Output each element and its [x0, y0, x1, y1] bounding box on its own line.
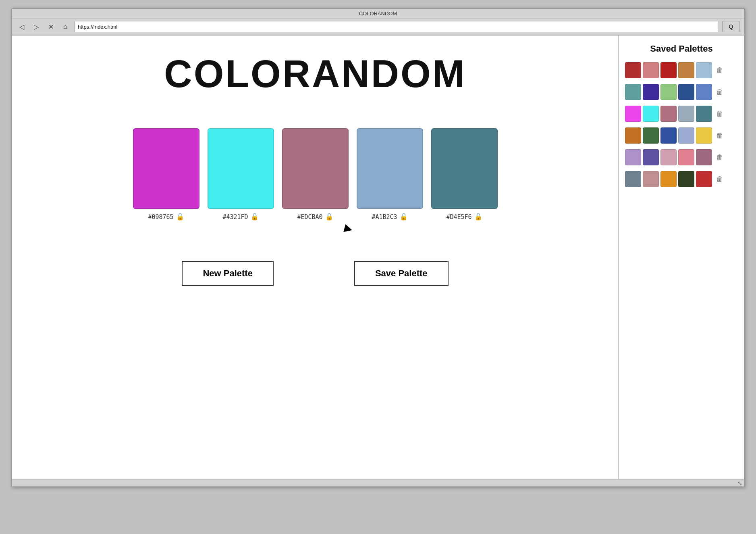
delete-palette-button-3[interactable]: 🗑: [715, 131, 724, 141]
color-swatch-2[interactable]: [282, 128, 349, 209]
swatch-container-4: #D4E5F6🔓: [431, 128, 498, 221]
mini-swatches-4: [625, 149, 712, 165]
save-palette-button[interactable]: Save Palette: [354, 261, 449, 286]
lock-icon-3[interactable]: 🔓: [400, 213, 408, 221]
color-swatch-0[interactable]: [133, 128, 199, 209]
mini-swatch-0-3[interactable]: [678, 62, 694, 78]
mini-swatch-2-4[interactable]: [696, 106, 712, 122]
forward-button[interactable]: ▷: [31, 21, 42, 32]
mini-swatch-0-1[interactable]: [643, 62, 659, 78]
mini-swatch-1-4[interactable]: [696, 84, 712, 100]
saved-palettes-list: 🗑🗑🗑🗑🗑🗑: [625, 62, 738, 187]
color-swatches-container: #098765🔓#4321FD🔓#EDCBA0🔓▶#A1B2C3🔓#D4E5F6…: [133, 128, 498, 221]
delete-palette-button-4[interactable]: 🗑: [715, 152, 724, 163]
swatch-label-2: #EDCBA0🔓: [297, 213, 333, 221]
delete-palette-button-0[interactable]: 🗑: [715, 65, 724, 75]
browser-titlebar: COLORANDOM: [12, 9, 744, 19]
mini-swatches-3: [625, 127, 712, 144]
mini-swatch-5-1[interactable]: [643, 171, 659, 187]
main-area: COLORANDOM #098765🔓#4321FD🔓#EDCBA0🔓▶#A1B…: [12, 35, 619, 479]
resize-icon: ⤡: [737, 480, 742, 486]
mini-swatch-1-2[interactable]: [660, 84, 677, 100]
saved-palette-row-4: 🗑: [625, 149, 738, 165]
mini-swatch-3-0[interactable]: [625, 127, 641, 144]
back-button[interactable]: ◁: [16, 21, 27, 32]
mini-swatch-4-0[interactable]: [625, 149, 641, 165]
sidebar-title: Saved Palettes: [625, 44, 738, 54]
mini-swatch-3-1[interactable]: [643, 127, 659, 144]
swatch-label-3: #A1B2C3🔓: [372, 213, 407, 221]
swatch-container-0: #098765🔓: [133, 128, 199, 221]
home-button[interactable]: ⌂: [60, 21, 71, 32]
lock-icon-1[interactable]: 🔓: [251, 213, 259, 221]
swatch-label-1: #4321FD🔓: [222, 213, 258, 221]
mini-swatch-3-2[interactable]: [660, 127, 677, 144]
mini-swatch-0-0[interactable]: [625, 62, 641, 78]
saved-palette-row-2: 🗑: [625, 106, 738, 122]
sidebar: Saved Palettes 🗑🗑🗑🗑🗑🗑: [619, 35, 744, 479]
address-bar[interactable]: [74, 21, 719, 32]
home-icon: ⌂: [63, 23, 67, 30]
hex-value-4: #D4E5F6: [446, 213, 471, 221]
mini-swatches-1: [625, 84, 712, 100]
page-title: COLORANDOM: [359, 10, 397, 17]
mini-swatch-2-1[interactable]: [643, 106, 659, 122]
mini-swatch-0-2[interactable]: [660, 62, 677, 78]
close-icon: ✕: [48, 23, 54, 31]
mini-swatch-5-4[interactable]: [696, 171, 712, 187]
swatch-container-2: #EDCBA0🔓▶: [282, 128, 349, 221]
mini-swatch-1-3[interactable]: [678, 84, 694, 100]
mini-swatch-2-2[interactable]: [660, 106, 677, 122]
mini-swatches-5: [625, 171, 712, 187]
mini-swatch-0-4[interactable]: [696, 62, 712, 78]
hex-value-3: #A1B2C3: [372, 213, 397, 221]
mini-swatch-1-1[interactable]: [643, 84, 659, 100]
mini-swatch-2-0[interactable]: [625, 106, 641, 122]
mini-swatches-0: [625, 62, 712, 78]
browser-window: COLORANDOM ◁ ▷ ✕ ⌂ Q COLORANDOM #098765🔓…: [11, 8, 745, 487]
swatch-container-3: #A1B2C3🔓: [357, 128, 423, 221]
browser-content: COLORANDOM #098765🔓#4321FD🔓#EDCBA0🔓▶#A1B…: [12, 35, 744, 479]
hex-value-1: #4321FD: [222, 213, 248, 221]
mini-swatch-4-4[interactable]: [696, 149, 712, 165]
mini-swatch-5-2[interactable]: [660, 171, 677, 187]
browser-statusbar: ⤡: [12, 479, 744, 486]
swatch-label-4: #D4E5F6🔓: [446, 213, 482, 221]
mini-swatches-2: [625, 106, 712, 122]
mini-swatch-1-0[interactable]: [625, 84, 641, 100]
forward-icon: ▷: [34, 23, 39, 31]
color-swatch-1[interactable]: [208, 128, 274, 209]
delete-palette-button-5[interactable]: 🗑: [715, 174, 724, 184]
saved-palette-row-0: 🗑: [625, 62, 738, 78]
search-icon: Q: [729, 23, 733, 30]
color-swatch-4[interactable]: [431, 128, 498, 209]
swatch-label-0: #098765🔓: [148, 213, 184, 221]
back-icon: ◁: [19, 23, 24, 31]
saved-palette-row-1: 🗑: [625, 84, 738, 100]
app-title: COLORANDOM: [164, 52, 466, 96]
new-palette-button[interactable]: New Palette: [182, 261, 274, 286]
lock-icon-2[interactable]: 🔓: [325, 213, 333, 221]
buttons-row: New Palette Save Palette: [182, 261, 448, 286]
saved-palette-row-3: 🗑: [625, 127, 738, 144]
mini-swatch-3-4[interactable]: [696, 127, 712, 144]
search-button[interactable]: Q: [722, 21, 740, 32]
cursor-indicator: ▶: [343, 221, 354, 236]
mini-swatch-5-3[interactable]: [678, 171, 694, 187]
mini-swatch-4-3[interactable]: [678, 149, 694, 165]
swatch-container-1: #4321FD🔓: [208, 128, 274, 221]
browser-toolbar: ◁ ▷ ✕ ⌂ Q: [12, 19, 744, 35]
saved-palette-row-5: 🗑: [625, 171, 738, 187]
mini-swatch-3-3[interactable]: [678, 127, 694, 144]
lock-icon-4[interactable]: 🔓: [474, 213, 482, 221]
mini-swatch-2-3[interactable]: [678, 106, 694, 122]
mini-swatch-4-1[interactable]: [643, 149, 659, 165]
delete-palette-button-1[interactable]: 🗑: [715, 87, 724, 97]
close-button[interactable]: ✕: [45, 21, 56, 32]
delete-palette-button-2[interactable]: 🗑: [715, 109, 724, 119]
mini-swatch-5-0[interactable]: [625, 171, 641, 187]
mini-swatch-4-2[interactable]: [660, 149, 677, 165]
hex-value-0: #098765: [148, 213, 173, 221]
lock-icon-0[interactable]: 🔓: [176, 213, 184, 221]
color-swatch-3[interactable]: [357, 128, 423, 209]
